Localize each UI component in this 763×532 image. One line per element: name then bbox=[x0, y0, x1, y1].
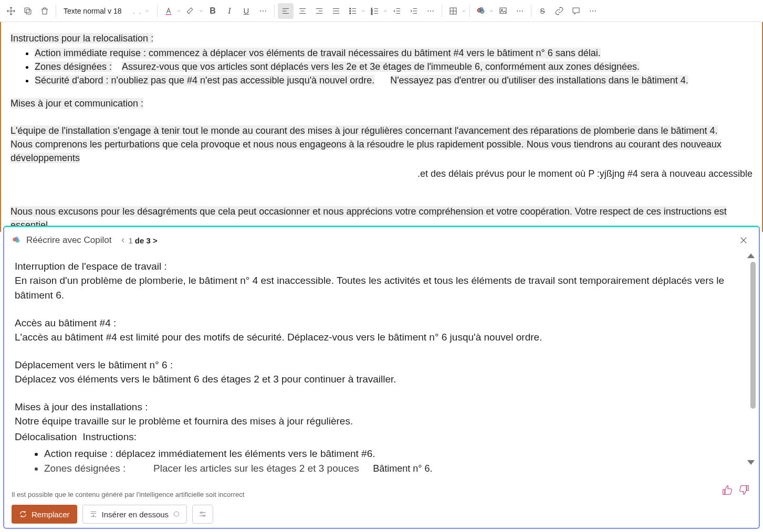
bullet-list-icon[interactable] bbox=[345, 3, 361, 19]
comment-icon[interactable] bbox=[568, 3, 584, 19]
suggestion-heading: Interruption de l'espace de travail : bbox=[15, 261, 748, 272]
section-heading: Instructions pour la relocalisation : bbox=[11, 31, 752, 45]
list-item: Action requise : déplacez immédiatement … bbox=[44, 446, 748, 461]
suggestion-subhead: Délocalisation Instructions: bbox=[15, 430, 748, 444]
delete-icon[interactable] bbox=[37, 3, 53, 19]
svg-point-49 bbox=[201, 512, 202, 514]
instruction-list: Action immédiate requise : commencez à d… bbox=[11, 46, 752, 87]
list-item: Action immédiate requise : commencez à d… bbox=[35, 46, 752, 60]
chevron-down-icon[interactable] bbox=[383, 8, 388, 14]
list-item: Sécurité d'abord : n'oubliez pas que #4 … bbox=[35, 73, 752, 87]
align-justify-icon[interactable] bbox=[328, 3, 344, 19]
table-icon[interactable] bbox=[445, 3, 461, 19]
suggestion-list: Action requise : déplacez immédiatement … bbox=[15, 446, 748, 476]
bold-icon[interactable]: B bbox=[205, 3, 221, 19]
thumbs-up-icon[interactable] bbox=[722, 485, 733, 495]
chevron-down-icon[interactable] bbox=[198, 8, 204, 14]
image-icon[interactable] bbox=[495, 3, 511, 19]
section-heading: Mises à jour et communication : bbox=[11, 97, 752, 110]
indent-icon[interactable] bbox=[406, 3, 422, 19]
svg-rect-39 bbox=[500, 8, 506, 14]
outdent-icon[interactable] bbox=[389, 3, 405, 19]
chevron-down-icon[interactable] bbox=[489, 8, 494, 14]
svg-rect-0 bbox=[26, 9, 31, 14]
align-right-icon[interactable] bbox=[311, 3, 327, 19]
more-para-icon[interactable]: ⋯ bbox=[423, 3, 438, 19]
suggestion-text: En raison d'un problème de plomberie, le… bbox=[15, 273, 748, 303]
adjust-button[interactable] bbox=[192, 505, 213, 524]
overflow-icon[interactable]: ⋯ bbox=[585, 3, 601, 19]
close-icon bbox=[739, 236, 748, 245]
copilot-title: Réécrire avec Copilot bbox=[26, 235, 112, 246]
ai-disclaimer: Il est possible que le contenu généré pa… bbox=[4, 488, 759, 501]
copilot-suggestion-body[interactable]: Interruption de l'espace de travail : En… bbox=[4, 253, 759, 488]
suggestion-heading: Accès au bâtiment #4 : bbox=[15, 317, 748, 329]
formatting-toolbar: Texte normal v 18 . . B I U ⋯ 123 ⋯ bbox=[0, 0, 763, 22]
chevron-left-icon[interactable] bbox=[119, 237, 127, 244]
chevron-down-icon[interactable] bbox=[461, 8, 466, 14]
feedback-buttons bbox=[722, 485, 749, 495]
insert-below-icon bbox=[89, 510, 98, 518]
font-color-icon[interactable] bbox=[161, 3, 176, 19]
align-left-icon[interactable] bbox=[278, 3, 294, 19]
svg-point-15 bbox=[350, 8, 351, 9]
thumbs-down-icon[interactable] bbox=[739, 485, 749, 495]
document-body[interactable]: Instructions pour la relocalisation : Ac… bbox=[0, 22, 763, 232]
copilot-toolbar-icon[interactable] bbox=[473, 3, 489, 19]
svg-text:3: 3 bbox=[371, 12, 373, 15]
svg-point-50 bbox=[203, 515, 205, 517]
strikethrough-icon[interactable]: S bbox=[535, 3, 550, 19]
copilot-action-bar: Remplacer Insérer en dessous bbox=[4, 501, 759, 528]
chevron-down-icon[interactable] bbox=[361, 8, 366, 14]
paragraph: L'équipe de l'installation s'engage à te… bbox=[11, 124, 752, 137]
suggestion-text: Notre équipe travaille sur le problème e… bbox=[15, 414, 748, 429]
highlight-icon[interactable] bbox=[183, 3, 198, 19]
align-center-icon[interactable] bbox=[295, 3, 310, 19]
underline-icon[interactable]: U bbox=[238, 3, 254, 19]
list-item: Zones désignées : Placer les articles su… bbox=[44, 461, 748, 476]
svg-point-17 bbox=[350, 13, 351, 14]
move-icon[interactable] bbox=[3, 3, 19, 19]
copilot-rewrite-panel: Réécrire avec Copilot 1 de 3 > Interrupt… bbox=[3, 226, 760, 529]
paragraph: .et des délais prévus pour le moment où … bbox=[11, 167, 752, 180]
suggestion-heading: Mises à jour des installations : bbox=[15, 401, 748, 413]
replace-icon bbox=[19, 510, 27, 518]
style-dropdown[interactable]: Texte normal v 18 . . bbox=[59, 3, 154, 19]
chevron-down-icon[interactable] bbox=[176, 8, 182, 14]
sliders-icon bbox=[198, 509, 207, 519]
suggestion-text: Déplacez vos éléments vers le bâtiment 6… bbox=[15, 372, 748, 387]
chevron-down-icon bbox=[144, 8, 150, 14]
copy-icon[interactable] bbox=[20, 3, 36, 19]
suggestion-heading: Déplacement vers le bâtiment n° 6 : bbox=[15, 359, 748, 371]
more-format-icon[interactable]: ⋯ bbox=[255, 3, 271, 19]
list-item: Zones désignées : Assurez-vous que vos a… bbox=[35, 60, 752, 73]
close-button[interactable] bbox=[736, 232, 751, 248]
suggestion-text: L'accès au bâtiment #4 est limité pour d… bbox=[15, 330, 748, 345]
italic-icon[interactable]: I bbox=[222, 3, 237, 19]
more-insert-icon[interactable]: ⋯ bbox=[512, 3, 528, 19]
insert-below-button[interactable]: Insérer en dessous bbox=[82, 505, 187, 524]
scroll-down-icon[interactable] bbox=[747, 460, 755, 465]
paragraph: Nous comprenons les perturbations que ce… bbox=[11, 137, 752, 165]
svg-rect-1 bbox=[25, 8, 29, 13]
refresh-icon bbox=[173, 510, 180, 518]
suggestion-pager[interactable]: 1 de 3 > bbox=[119, 236, 158, 245]
svg-point-16 bbox=[350, 10, 351, 11]
style-label: Texte normal v 18 bbox=[64, 7, 122, 15]
numbered-list-icon[interactable]: 123 bbox=[367, 3, 383, 19]
copilot-icon bbox=[12, 236, 21, 245]
svg-point-38 bbox=[480, 7, 483, 10]
replace-button[interactable]: Remplacer bbox=[12, 505, 77, 524]
copilot-header: Réécrire avec Copilot 1 de 3 > bbox=[4, 227, 759, 253]
link-icon[interactable] bbox=[551, 3, 567, 19]
svg-point-43 bbox=[15, 237, 18, 240]
